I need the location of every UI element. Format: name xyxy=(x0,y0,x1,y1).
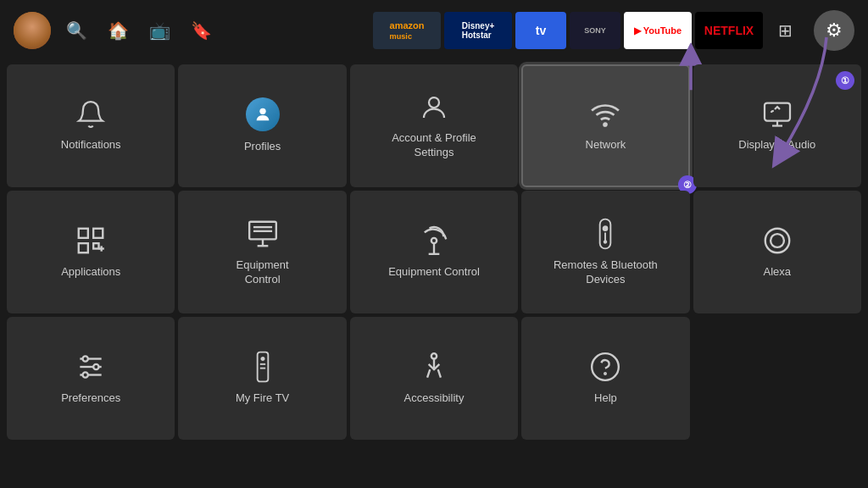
svg-line-40 xyxy=(427,369,430,378)
preferences-tile[interactable]: Preferences xyxy=(7,317,175,440)
alexa-label: Alexa xyxy=(764,265,792,280)
apps-icon xyxy=(75,225,107,257)
amazon-music-app[interactable]: amazonmusic xyxy=(373,12,441,49)
account-icon xyxy=(419,92,449,123)
svg-point-35 xyxy=(261,358,264,360)
account-profile-tile[interactable]: Account & ProfileSettings xyxy=(350,64,518,187)
youtube-app[interactable]: ▶ YouTube xyxy=(624,12,692,49)
display-icon xyxy=(762,99,793,130)
help-icon xyxy=(589,351,621,383)
tv-icon[interactable]: 📺 xyxy=(144,15,175,46)
equipment-control-label: EquipmentControl xyxy=(236,258,289,287)
netflix-app[interactable]: NETFLIX xyxy=(695,12,763,49)
fire-tv-icon xyxy=(249,351,276,383)
accessibility-icon xyxy=(418,351,450,383)
display-audio-tile[interactable]: Display & Audio ① xyxy=(693,64,861,187)
profiles-label: Profiles xyxy=(244,140,281,154)
wifi-icon xyxy=(588,99,622,130)
svg-point-42 xyxy=(593,353,620,380)
svg-point-38 xyxy=(431,353,437,358)
settings-button[interactable]: ⚙ xyxy=(814,10,854,51)
alexa-icon xyxy=(761,225,793,257)
svg-point-33 xyxy=(83,372,88,377)
sony-app[interactable]: SONY xyxy=(570,12,620,49)
svg-rect-34 xyxy=(257,352,268,382)
svg-rect-8 xyxy=(79,229,88,238)
disney-hotstar-app[interactable]: Disney+Hotstar xyxy=(444,12,512,49)
my-fire-tv-tile[interactable]: My Fire TV xyxy=(178,317,346,440)
svg-point-27 xyxy=(771,234,784,247)
more-apps-button[interactable]: ⊞ xyxy=(766,12,804,49)
account-profile-label: Account & ProfileSettings xyxy=(392,131,476,160)
accessibility-label: Accessibility xyxy=(404,391,465,406)
svg-rect-9 xyxy=(93,229,103,238)
svg-point-1 xyxy=(429,97,439,108)
badge-1: ① xyxy=(836,71,854,90)
svg-point-26 xyxy=(765,229,790,253)
help-label: Help xyxy=(594,391,617,406)
live-tv-tile[interactable]: Equipment Control xyxy=(350,191,518,313)
sliders-icon xyxy=(75,351,107,383)
live-tv-label: Equipment Control xyxy=(388,265,480,280)
jio-tv-app[interactable]: tv xyxy=(515,12,566,49)
remotes-bluetooth-label: Remotes & BluetoothDevices xyxy=(554,258,658,287)
svg-point-2 xyxy=(604,124,607,126)
svg-rect-10 xyxy=(79,243,88,252)
search-icon[interactable]: 🔍 xyxy=(61,15,92,46)
bell-icon xyxy=(75,99,106,130)
monitor-icon xyxy=(247,218,279,250)
profile-icon xyxy=(246,97,280,131)
svg-point-25 xyxy=(604,241,607,243)
svg-point-0 xyxy=(259,108,265,114)
remote-icon xyxy=(592,218,619,250)
preferences-label: Preferences xyxy=(61,391,120,406)
svg-rect-11 xyxy=(93,243,98,248)
svg-point-23 xyxy=(604,226,608,230)
svg-point-43 xyxy=(605,373,607,374)
display-audio-label: Display & Audio xyxy=(738,138,815,152)
home-icon[interactable]: 🏠 xyxy=(103,15,134,46)
app-shortcuts: amazonmusic Disney+Hotstar tv SONY ▶ You… xyxy=(373,12,804,49)
remotes-bluetooth-tile[interactable]: Remotes & BluetoothDevices xyxy=(521,191,689,313)
my-fire-tv-label: My Fire TV xyxy=(236,391,289,406)
bookmark-icon[interactable]: 🔖 xyxy=(186,15,217,46)
top-navigation: 🔍 🏠 📺 🔖 amazonmusic Disney+Hotstar tv SO… xyxy=(0,0,868,61)
accessibility-tile[interactable]: Accessibility xyxy=(350,317,518,440)
network-label: Network xyxy=(586,138,626,152)
profiles-tile[interactable]: Profiles xyxy=(178,64,346,187)
avatar[interactable] xyxy=(14,12,51,49)
applications-tile[interactable]: Applications xyxy=(7,191,175,313)
svg-point-31 xyxy=(83,356,88,361)
grid-icon: ⊞ xyxy=(778,20,793,41)
svg-point-32 xyxy=(93,364,98,369)
network-tile[interactable]: Network ② xyxy=(521,64,689,187)
settings-grid: Notifications Profiles Account & Profile… xyxy=(0,61,868,443)
help-tile[interactable]: Help xyxy=(521,317,689,440)
equipment-control-tile[interactable]: EquipmentControl xyxy=(178,191,346,313)
notifications-tile[interactable]: Notifications xyxy=(7,64,175,187)
svg-line-41 xyxy=(438,369,441,378)
notifications-label: Notifications xyxy=(61,138,121,152)
applications-label: Applications xyxy=(61,265,120,280)
svg-point-19 xyxy=(431,238,437,243)
alexa-tile[interactable]: Alexa xyxy=(693,191,861,313)
gear-icon: ⚙ xyxy=(826,19,843,42)
antenna-icon xyxy=(418,225,450,257)
